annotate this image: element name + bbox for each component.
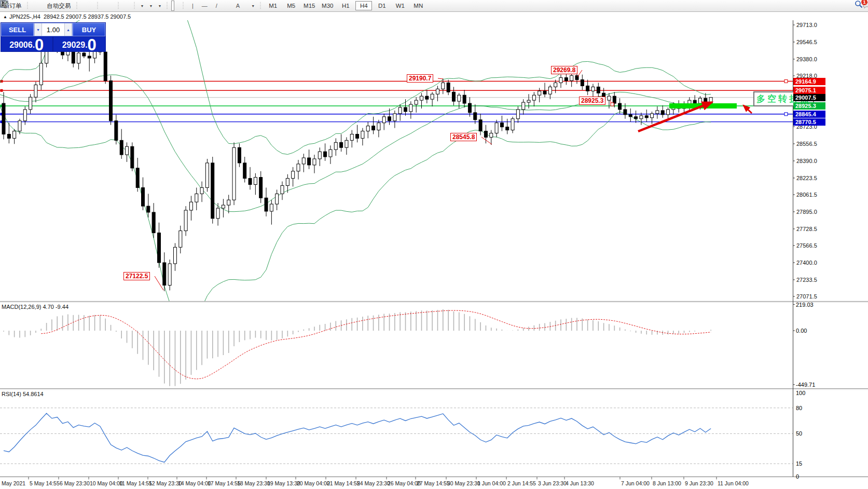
time-axis-label: 30 May 23:30 xyxy=(447,480,480,486)
volume-input[interactable]: 1.00 xyxy=(42,23,64,36)
candle-body xyxy=(704,98,707,103)
candle-body xyxy=(222,205,225,208)
periods-menu-button[interactable]: ▼ xyxy=(147,1,154,11)
candle-body xyxy=(82,53,86,56)
time-axis-label: 2 Jun 14:55 xyxy=(507,480,536,486)
volume-decrease-button[interactable]: ▼ xyxy=(34,23,42,36)
candle-body xyxy=(292,171,295,179)
collapse-icon[interactable]: ▲ xyxy=(3,15,7,19)
line-anchor[interactable] xyxy=(784,113,788,116)
indicators-menu-button[interactable]: ▼ xyxy=(139,1,146,11)
candle-body xyxy=(404,107,407,112)
timeframe-button-m30[interactable]: M30 xyxy=(319,1,336,10)
crosshair-tool-button[interactable] xyxy=(176,1,179,11)
volume-increase-button[interactable]: ▲ xyxy=(64,23,72,36)
sell-button[interactable]: SELL xyxy=(1,23,34,36)
timeframe-button-w1[interactable]: W1 xyxy=(392,1,408,10)
fibonacci-tool-button[interactable]: F xyxy=(228,1,231,11)
buy-price-big: 0 xyxy=(88,38,97,52)
deposit-button[interactable] xyxy=(32,1,35,11)
callout-anchor[interactable] xyxy=(611,103,614,106)
candle-body xyxy=(345,140,348,147)
toolbar-grip[interactable] xyxy=(97,2,99,9)
main-pane[interactable] xyxy=(0,0,793,321)
auto-trading-button[interactable]: 自动交易 xyxy=(46,1,73,11)
candle-body xyxy=(474,113,477,120)
buy-button[interactable]: BUY xyxy=(73,23,105,36)
price-chart-canvas[interactable] xyxy=(0,0,868,489)
rsi-axis-label: 80 xyxy=(796,405,802,411)
bar-chart-mode-button[interactable] xyxy=(81,1,84,11)
candle-body xyxy=(597,87,600,93)
arrows-tool-button[interactable]: ▼ xyxy=(249,1,256,11)
one-click-trading-panel: SELL ▼ 1.00 ▲ BUY 29006.0 29029.0 xyxy=(1,22,106,52)
horizontal-line-tool-button[interactable]: — xyxy=(199,1,210,11)
toolbar-grip[interactable] xyxy=(133,2,135,9)
candle-body xyxy=(152,212,155,233)
price-callout[interactable]: 28545.8 xyxy=(450,133,477,141)
toolbar-grip[interactable] xyxy=(26,2,29,9)
price-callout[interactable]: 29190.7 xyxy=(407,74,433,83)
line-anchor[interactable] xyxy=(1,89,3,92)
timeframe-button-h1[interactable]: H1 xyxy=(337,1,354,10)
rsi-pane[interactable] xyxy=(0,408,793,464)
candle-chart-mode-button[interactable] xyxy=(86,1,89,11)
chart-shift-button[interactable] xyxy=(122,1,126,11)
toolbar-grip[interactable] xyxy=(182,2,184,9)
price-callout[interactable]: 28925.3 xyxy=(579,97,605,105)
macd-pane[interactable] xyxy=(4,309,711,386)
toolbar-grip[interactable] xyxy=(117,2,119,9)
candle-body xyxy=(548,87,552,94)
vertical-line-tool-button[interactable]: | xyxy=(187,1,198,11)
line-chart-mode-button[interactable] xyxy=(90,1,93,11)
candle-body xyxy=(667,110,670,115)
profile-button[interactable] xyxy=(36,1,39,11)
toolbar-grip[interactable] xyxy=(166,2,168,9)
signal-button[interactable] xyxy=(41,1,44,11)
zoom-in-button[interactable] xyxy=(102,1,105,11)
line-anchor[interactable] xyxy=(784,80,788,83)
timeframe-button-m1[interactable]: M1 xyxy=(265,1,281,10)
time-axis-label: 9 Jun 23:30 xyxy=(685,480,713,486)
price-callout[interactable]: 27122.5 xyxy=(123,272,150,280)
price-axis-label: 29380.0 xyxy=(796,56,817,62)
buy-price[interactable]: 29029.0 xyxy=(53,37,106,52)
auto-scroll-button[interactable] xyxy=(127,1,130,11)
timeframe-button-m5[interactable]: M5 xyxy=(283,1,299,10)
toolbar-grip[interactable] xyxy=(259,2,261,9)
timeframe-button-mn[interactable]: MN xyxy=(410,1,426,10)
channel-tool-button[interactable]: E xyxy=(223,1,226,11)
time-axis-label: 27 May 14:55 xyxy=(417,480,450,486)
candle-body xyxy=(559,78,562,83)
timeframe-button-m15[interactable]: M15 xyxy=(301,1,318,10)
notifications-button[interactable]: 1 xyxy=(862,1,865,11)
candle-body xyxy=(334,142,337,150)
time-axis-label: 11 Jun 04:00 xyxy=(718,480,749,486)
time-axis-label: 11 May 14:55 xyxy=(119,480,152,486)
dropdown-caret-icon: ▼ xyxy=(149,4,153,8)
rsi-line xyxy=(4,413,711,462)
candle-body xyxy=(318,152,321,159)
timeframe-button-h4[interactable]: H4 xyxy=(355,1,372,10)
cursor-tool-button[interactable] xyxy=(171,1,174,11)
text-tool-button[interactable]: A xyxy=(232,1,243,11)
candle-body xyxy=(2,103,5,134)
sell-price[interactable]: 29006.0 xyxy=(1,37,53,52)
templates-menu-button[interactable]: ▼ xyxy=(156,1,163,11)
small-arrow[interactable] xyxy=(743,105,752,113)
tile-windows-button[interactable] xyxy=(111,1,114,11)
candle-body xyxy=(538,91,541,95)
time-axis-label: 21 May 14:55 xyxy=(327,480,360,486)
candle-body xyxy=(635,117,638,119)
search-button[interactable] xyxy=(855,1,858,11)
trendline-tool-button[interactable]: / xyxy=(211,1,222,11)
price-axis-label: 28390.0 xyxy=(796,158,817,164)
candle-body xyxy=(329,150,332,157)
price-callout[interactable]: 29269.8 xyxy=(551,66,577,74)
candle-body xyxy=(398,107,402,114)
candle-body xyxy=(447,83,450,92)
label-tool-button[interactable]: T xyxy=(244,1,247,11)
timeframe-button-d1[interactable]: D1 xyxy=(374,1,390,10)
zoom-out-button[interactable] xyxy=(106,1,109,11)
toolbar-grip[interactable] xyxy=(76,2,78,9)
